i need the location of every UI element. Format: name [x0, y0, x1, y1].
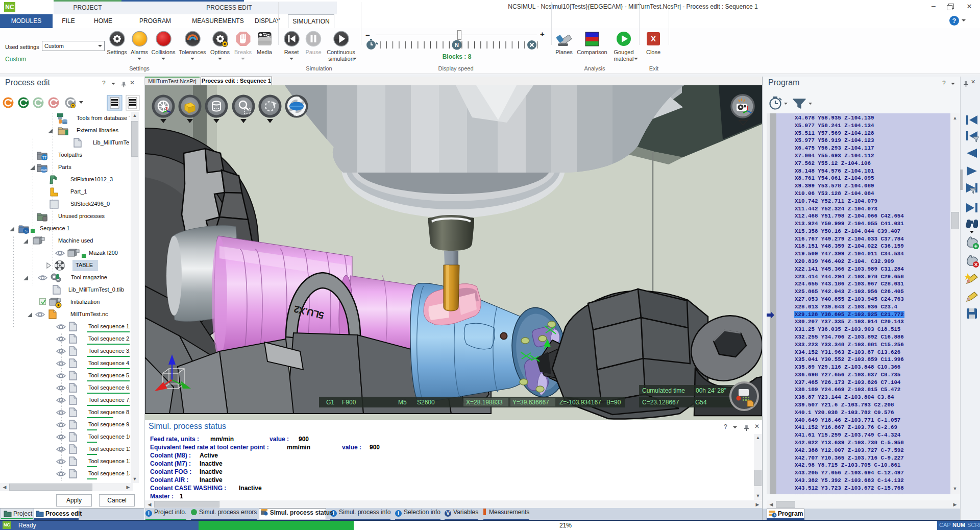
svg-text:TT: TT [42, 156, 47, 159]
svg-text:CAD: CAD [41, 168, 47, 172]
svg-text:C=23.128667: C=23.128667 [642, 399, 679, 406]
svg-text:S: S [24, 229, 27, 233]
svg-text:X: X [651, 34, 656, 43]
svg-text:Y=39.636667: Y=39.636667 [512, 399, 549, 406]
svg-text:B=90: B=90 [606, 399, 621, 406]
svg-text:S2600: S2600 [417, 399, 435, 406]
svg-text:Z=-103.934167: Z=-103.934167 [559, 399, 601, 406]
svg-text:00h 24' 28": 00h 24' 28" [696, 387, 726, 394]
svg-text:N: N [455, 42, 459, 48]
svg-text:Cumulated time: Cumulated time [642, 387, 685, 394]
svg-text:F900: F900 [342, 399, 356, 406]
svg-text:G1: G1 [326, 399, 334, 406]
svg-text:G54: G54 [695, 399, 707, 406]
svg-text:M5: M5 [398, 399, 407, 406]
svg-text:X=28.198833: X=28.198833 [466, 399, 503, 406]
